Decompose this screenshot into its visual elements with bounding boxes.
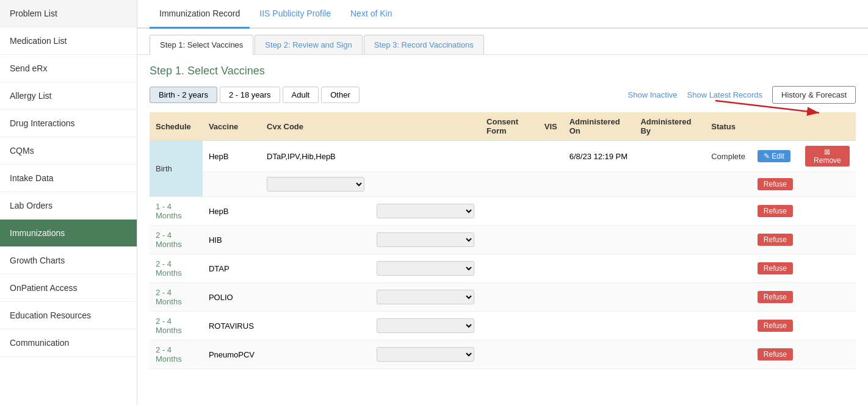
table-row: Birth HepB DTaP,IPV,Hib,HepB 6/8/23 12:1… (150, 141, 856, 172)
sidebar: Problem List Medication List Send eRx Al… (0, 0, 137, 405)
cvx-code-cell: DTaP,IPV,Hib,HepB (261, 141, 371, 172)
cvx-code-cell (261, 254, 371, 283)
cvx-code-cell (261, 283, 371, 312)
remove-cell[interactable]: ⊠ Remove (799, 141, 856, 172)
sidebar-item-onpatient-access[interactable]: OnPatient Access (0, 274, 137, 302)
refuse-button[interactable]: Refuse (758, 320, 793, 332)
show-latest-records-button[interactable]: Show Latest Records (687, 90, 763, 99)
table-row: 1 - 4 Months HepB Refuse (150, 197, 856, 226)
show-inactive-button[interactable]: Show Inactive (628, 90, 678, 99)
vaccine-cell: DTAP (203, 254, 261, 283)
refuse-button[interactable]: Refuse (758, 348, 793, 360)
table-row: 2 - 4 Months PneumoPCV Refuse (150, 340, 856, 369)
sidebar-item-cqms[interactable]: CQMs (0, 137, 137, 165)
table-row: 2 - 4 Months POLIO Refuse (150, 283, 856, 312)
cvx-dropdown[interactable] (377, 347, 474, 362)
schedule-cell: 2 - 4 Months (150, 226, 203, 254)
col-actions (751, 112, 856, 141)
tab-immunization-record[interactable]: Immunization Record (150, 0, 250, 29)
sidebar-item-growth-charts[interactable]: Growth Charts (0, 247, 137, 274)
remove-button[interactable]: ⊠ Remove (805, 146, 850, 167)
schedule-cell: 2 - 4 Months (150, 254, 203, 283)
sidebar-item-lab-orders[interactable]: Lab Orders (0, 192, 137, 220)
edit-cell[interactable]: ✎ Edit (751, 141, 799, 172)
table-row: 2 - 4 Months HIB Refuse (150, 226, 856, 254)
sidebar-item-allergy-list[interactable]: Allergy List (0, 82, 137, 110)
sidebar-item-medication-list[interactable]: Medication List (0, 27, 137, 55)
col-vaccine: Vaccine (203, 112, 261, 141)
history-forecast-button[interactable]: History & Forecast (772, 86, 856, 104)
cvx-code-cell (261, 226, 371, 254)
table-row-birth-sub: Refuse (150, 172, 856, 197)
filter-other[interactable]: Other (321, 87, 360, 103)
content-area: Step 1. Select Vaccines Birth - 2 years … (137, 55, 868, 405)
vaccine-cell: HepB (203, 141, 261, 172)
table-header-row: Schedule Vaccine Cvx Code Consent Form V… (150, 112, 856, 141)
cvx-select-cell[interactable] (371, 141, 480, 172)
tab-next-of-kin[interactable]: Next of Kin (341, 0, 402, 29)
vis-cell (538, 141, 563, 172)
step-tab-3[interactable]: Step 3: Record Vaccinations (364, 35, 484, 54)
consent-form-cell (480, 141, 538, 172)
table-row: 2 - 4 Months DTAP Refuse (150, 254, 856, 283)
refuse-button[interactable]: Refuse (758, 262, 793, 274)
cvx-dropdown[interactable] (377, 204, 474, 218)
status-cell: Complete (705, 141, 751, 172)
step-heading: Step 1. Select Vaccines (150, 65, 856, 77)
cvx-dropdown[interactable] (377, 232, 474, 247)
schedule-cell-birth: Birth (150, 141, 203, 197)
cvx-code-cell (261, 340, 371, 369)
vaccine-cell: HIB (203, 226, 261, 254)
vaccine-cell: POLIO (203, 283, 261, 312)
schedule-cell: 1 - 4 Months (150, 197, 203, 226)
vaccine-table: Schedule Vaccine Cvx Code Consent Form V… (150, 112, 856, 369)
col-consent-form: Consent Form (480, 112, 538, 141)
schedule-cell: 2 - 4 Months (150, 283, 203, 312)
cvx-code-cell (261, 197, 371, 226)
col-vis: VIS (538, 112, 563, 141)
vaccine-cell: PneumoPCV (203, 340, 261, 369)
sidebar-item-immunizations[interactable]: Immunizations (0, 220, 137, 247)
sidebar-item-send-erx[interactable]: Send eRx (0, 55, 137, 82)
col-status: Status (705, 112, 751, 141)
col-cvx-code: Cvx Code (261, 112, 480, 141)
administered-by-cell (634, 141, 705, 172)
sidebar-item-intake-data[interactable]: Intake Data (0, 165, 137, 192)
refuse-button-birth[interactable]: Refuse (758, 178, 793, 190)
tab-iis-publicity[interactable]: IIS Publicity Profile (250, 0, 341, 29)
step-tab-bar: Step 1: Select Vaccines Step 2: Review a… (137, 29, 868, 55)
sidebar-item-problem-list[interactable]: Problem List (0, 0, 137, 27)
administered-on-cell: 6/8/23 12:19 PM (563, 141, 635, 172)
cvx-dropdown[interactable] (377, 290, 474, 304)
filter-2-18[interactable]: 2 - 18 years (220, 87, 280, 103)
filter-birth-2[interactable]: Birth - 2 years (150, 87, 217, 103)
cvx-code-cell (261, 312, 371, 340)
sidebar-item-education-resources[interactable]: Education Resources (0, 302, 137, 329)
col-schedule: Schedule (150, 112, 203, 141)
step-tab-2[interactable]: Step 2: Review and Sign (255, 35, 362, 54)
refuse-button[interactable]: Refuse (758, 291, 793, 303)
edit-button[interactable]: ✎ Edit (758, 150, 790, 162)
schedule-cell: 2 - 4 Months (150, 312, 203, 340)
vaccine-cell: HepB (203, 197, 261, 226)
step-tab-1[interactable]: Step 1: Select Vaccines (150, 35, 253, 55)
schedule-cell: 2 - 4 Months (150, 340, 203, 369)
col-administered-by: Administered By (634, 112, 705, 141)
vaccine-cell: ROTAVIRUS (203, 312, 261, 340)
cvx-dropdown-birth[interactable] (267, 177, 364, 192)
table-row: 2 - 4 Months ROTAVIRUS Refuse (150, 312, 856, 340)
main-content: Immunization Record IIS Publicity Profil… (137, 0, 868, 405)
filter-adult[interactable]: Adult (283, 87, 319, 103)
top-tab-bar: Immunization Record IIS Publicity Profil… (137, 0, 868, 29)
refuse-button[interactable]: Refuse (758, 205, 793, 217)
col-administered-on: Administered On (563, 112, 635, 141)
sidebar-item-communication[interactable]: Communication (0, 329, 137, 357)
cvx-dropdown[interactable] (377, 318, 474, 333)
sidebar-item-drug-interactions[interactable]: Drug Interactions (0, 110, 137, 137)
refuse-button[interactable]: Refuse (758, 234, 793, 246)
cvx-dropdown[interactable] (377, 261, 474, 276)
filter-row: Birth - 2 years 2 - 18 years Adult Other… (150, 86, 856, 104)
